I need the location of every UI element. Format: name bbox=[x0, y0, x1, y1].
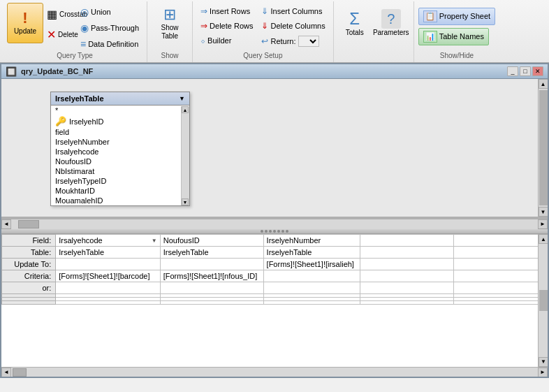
grid-cell-table-2[interactable]: IrselyehTable bbox=[160, 247, 263, 259]
show-table-button[interactable]: ⊞ ShowTable bbox=[152, 3, 188, 43]
hscroll-right-button[interactable]: ► bbox=[538, 219, 548, 229]
field-MouamalehID[interactable]: MouamalehID bbox=[51, 196, 189, 205]
field-Irsalyehcode-text: Irsalyehcode bbox=[55, 147, 98, 156]
field-IrselyehTypeID[interactable]: IrselyehTypeID bbox=[51, 176, 189, 186]
grid-cell-updateto-5[interactable] bbox=[453, 259, 547, 270]
grid-hscrollbar[interactable]: ◄ ► bbox=[1, 367, 548, 377]
table-names-button[interactable]: 📊 Table Names bbox=[418, 28, 489, 45]
crosstab-icon: ▦ bbox=[47, 8, 57, 21]
update-button[interactable]: ! Update bbox=[7, 3, 43, 43]
property-sheet-icon: 📋 bbox=[423, 10, 437, 22]
grid-cell-updateto-1[interactable] bbox=[56, 259, 160, 270]
return-button[interactable]: ↩ Return: bbox=[258, 34, 328, 49]
empty3-col5[interactable] bbox=[453, 301, 547, 305]
design-hscrollbar[interactable]: ◄ ► bbox=[1, 219, 548, 228]
field-Irsalyehcode[interactable]: Irsalyehcode bbox=[51, 147, 189, 157]
table-box-scrollbar[interactable]: ▲ ▼ bbox=[181, 106, 189, 205]
field-field[interactable]: field bbox=[51, 127, 189, 137]
grid-hscroll-left[interactable]: ◄ bbox=[1, 368, 11, 377]
grid-hscroll-thumb[interactable] bbox=[13, 368, 27, 377]
field-IrselyehID[interactable]: 🔑 IrselyehID bbox=[51, 115, 189, 127]
scroll-down-button[interactable]: ▼ bbox=[539, 207, 548, 217]
grid-cell-updateto-4[interactable] bbox=[360, 259, 454, 270]
property-sheet-button[interactable]: 📋 Property Sheet bbox=[418, 8, 495, 25]
delete-rows-button[interactable]: ⇒ Delete Rows bbox=[197, 19, 256, 33]
grid-cell-or-5[interactable] bbox=[453, 282, 547, 294]
grid-cell-updateto-2[interactable] bbox=[160, 259, 263, 270]
updateto-header-text: Update To: bbox=[14, 260, 51, 268]
builder-button[interactable]: ⬦ Builder bbox=[197, 34, 256, 48]
grid-cell-table-1[interactable]: IrselyehTable bbox=[56, 247, 160, 259]
grid-hscroll-right[interactable]: ► bbox=[538, 368, 548, 377]
field-IrselyehNumber[interactable]: IrselyehNumber bbox=[51, 137, 189, 147]
grid-cell-criteria-2[interactable]: [Forms]![Sheet1]![nfous_ID] bbox=[160, 270, 263, 282]
parameters-button[interactable]: ? Parameters bbox=[373, 3, 409, 43]
insert-rows-label: Insert Rows bbox=[210, 7, 250, 15]
table-row-header: Table: bbox=[2, 247, 56, 259]
grid-row-table: Table: IrselyehTable IrselyehTable Irsel… bbox=[2, 247, 548, 259]
field-star[interactable]: * bbox=[51, 106, 189, 115]
grid-scroll-up[interactable]: ▲ bbox=[539, 234, 548, 244]
field1-value: Irsalyehcode bbox=[59, 236, 102, 245]
grid-cell-field-3[interactable]: IrselyehNumber bbox=[263, 235, 360, 247]
minimize-button[interactable]: _ bbox=[507, 66, 518, 76]
empty3-col3[interactable] bbox=[263, 301, 360, 305]
table-scroll-down[interactable]: ▼ bbox=[182, 198, 189, 205]
crosstab-delete-col: ▦ Crosstab ✕ Delete bbox=[45, 3, 75, 44]
field-NbIstimarat[interactable]: NbIstimarat bbox=[51, 166, 189, 176]
table-scroll-up[interactable]: ▲ bbox=[182, 106, 189, 113]
resize-handle[interactable] bbox=[1, 228, 548, 234]
scroll-thumb[interactable] bbox=[539, 90, 548, 205]
crosstab-button[interactable]: ▦ Crosstab bbox=[45, 4, 75, 24]
grid-cell-criteria-1[interactable]: [Forms]![Sheet1]![barcode] bbox=[56, 270, 160, 282]
empty3-col4[interactable] bbox=[360, 301, 454, 305]
field-MoukhtarID[interactable]: MoukhtarID bbox=[51, 186, 189, 196]
totals-button[interactable]: Σ Totals bbox=[338, 3, 372, 43]
empty3-col2[interactable] bbox=[160, 301, 263, 305]
empty3-col1[interactable] bbox=[56, 301, 160, 305]
restore-button[interactable]: □ bbox=[520, 66, 531, 76]
field-NoufousID[interactable]: NoufousID bbox=[51, 157, 189, 166]
hscroll-left-button[interactable]: ◄ bbox=[1, 219, 11, 229]
grid-cell-field-1[interactable]: Irsalyehcode ▼ bbox=[56, 235, 160, 247]
grid-row-or: or: bbox=[2, 282, 548, 294]
table-fields-list[interactable]: * 🔑 IrselyehID field IrselyehNumber Irsa… bbox=[51, 106, 189, 205]
grid-cell-or-1[interactable] bbox=[56, 282, 160, 294]
field-field-text: field bbox=[55, 128, 69, 136]
grid-cell-table-5[interactable] bbox=[453, 247, 547, 259]
grid-scroll-thumb[interactable] bbox=[539, 290, 548, 311]
grid-cell-table-4[interactable] bbox=[360, 247, 454, 259]
field-MouamalehID-text: MouamalehID bbox=[55, 196, 103, 205]
scroll-up-button[interactable]: ▲ bbox=[539, 79, 548, 89]
grid-cell-updateto-3[interactable]: [Forms]![Sheet1]![irsalieh] bbox=[263, 259, 360, 270]
grid-cell-criteria-4[interactable] bbox=[360, 270, 454, 282]
data-definition-button[interactable]: ≡ Data Definition bbox=[77, 36, 142, 52]
grid-scroll-down[interactable]: ▼ bbox=[539, 357, 548, 367]
delete-button[interactable]: ✕ Delete bbox=[45, 24, 75, 44]
grid-cell-criteria-5[interactable] bbox=[453, 270, 547, 282]
grid-cell-field-4[interactable] bbox=[360, 235, 454, 247]
grid-scrollbar-right[interactable]: ▲ ▼ bbox=[538, 234, 548, 367]
grid-cell-or-3[interactable] bbox=[263, 282, 360, 294]
update-label: Update bbox=[14, 27, 36, 36]
data-definition-icon: ≡ bbox=[80, 38, 86, 50]
return-dropdown[interactable] bbox=[298, 36, 319, 47]
union-button[interactable]: ◎ Union bbox=[77, 4, 142, 20]
field1-dropdown-container[interactable]: Irsalyehcode ▼ bbox=[59, 236, 156, 245]
grid-cell-field-2[interactable]: NoufousID bbox=[160, 235, 263, 247]
hscroll-thumb[interactable] bbox=[18, 220, 39, 228]
delete-columns-button[interactable]: ⇓ Delete Columns bbox=[258, 19, 328, 33]
insert-columns-button[interactable]: ⇓ Insert Columns bbox=[258, 4, 328, 18]
grid-cell-field-5[interactable] bbox=[453, 235, 547, 247]
updateto3-value: [Forms]![Sheet1]![irsalieh] bbox=[267, 260, 354, 268]
grid-cell-or-4[interactable] bbox=[360, 282, 454, 294]
pass-through-button[interactable]: ◉ Pass-Through bbox=[77, 20, 142, 36]
grid-cell-or-2[interactable] bbox=[160, 282, 263, 294]
grid-cell-criteria-3[interactable] bbox=[263, 270, 360, 282]
insert-rows-button[interactable]: ⇒ Insert Rows bbox=[197, 4, 256, 18]
design-scrollbar-right[interactable]: ▲ ▼ bbox=[538, 79, 548, 217]
main-area: 🔲 qry_Update_BC_NF _ □ ✕ IrselyehTable ▼… bbox=[0, 63, 549, 378]
grid-cell-table-3[interactable]: IrselyehTable bbox=[263, 247, 360, 259]
close-button[interactable]: ✕ bbox=[532, 66, 543, 76]
drag-dot-6 bbox=[281, 230, 284, 233]
